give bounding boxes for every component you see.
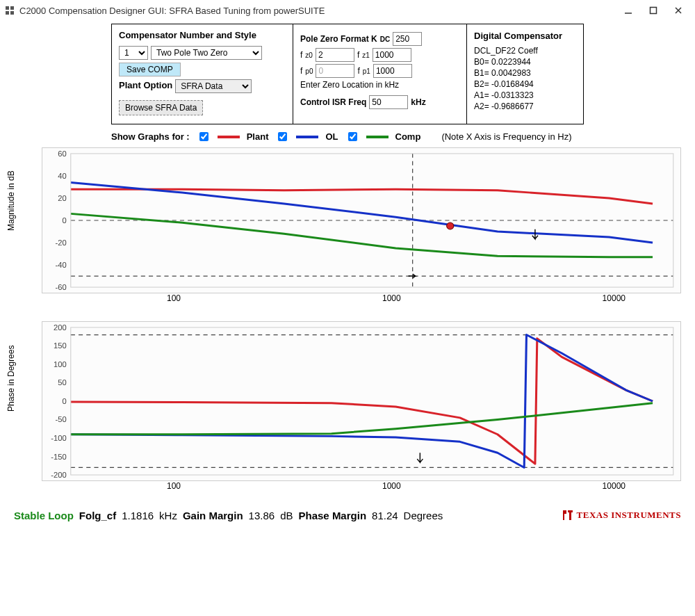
maximize-button[interactable] xyxy=(641,2,666,19)
fz1-input[interactable] xyxy=(373,48,411,62)
svg-text:0: 0 xyxy=(62,397,66,405)
save-comp-button[interactable]: Save COMP xyxy=(119,63,181,76)
gain-margin-unit: dB xyxy=(280,510,293,521)
pz-format-label: Pole Zero Format K xyxy=(300,34,377,44)
fp1-input[interactable] xyxy=(373,64,412,78)
coeff-a1: A1= -0.0313323 xyxy=(474,90,576,101)
phase-margin-unit: Degrees xyxy=(404,510,443,521)
comp-checkbox[interactable] xyxy=(348,132,357,141)
ol-checkbox[interactable] xyxy=(278,132,287,141)
svg-text:60: 60 xyxy=(58,149,66,158)
ol-color-chip xyxy=(296,136,318,138)
magnitude-chart[interactable]: 6040200-20-40-60 xyxy=(42,147,681,293)
phase-margin-value: 81.24 xyxy=(372,510,398,521)
coeff-b1: B1= 0.0042983 xyxy=(474,67,576,79)
app-icon xyxy=(4,5,15,16)
comp-style-select[interactable]: Two Pole Two Zero xyxy=(151,46,262,60)
show-graphs-label: Show Graphs for : xyxy=(111,131,190,142)
browse-sfra-button[interactable]: Browse SFRA Data xyxy=(119,100,203,115)
svg-text:-200: -200 xyxy=(51,471,66,479)
plant-checkbox[interactable] xyxy=(199,132,208,141)
phase-y-axis-label: Phase in Degrees xyxy=(6,346,16,412)
coeff-name: DCL_DF22 Coeff xyxy=(474,45,576,56)
svg-text:-100: -100 xyxy=(51,434,66,442)
compensator-column: Compensator Number and Style 1 Two Pole … xyxy=(112,24,293,124)
ti-logo: TEXAS INSTRUMENTS xyxy=(562,509,681,521)
phase-margin-label: Phase Margin xyxy=(299,510,367,521)
isr-label: Control ISR Freq xyxy=(300,97,366,107)
svg-text:100: 100 xyxy=(54,360,67,368)
close-button[interactable] xyxy=(666,2,691,19)
phase-xtick: 100 xyxy=(167,481,181,491)
coeff-b2: B2= -0.0168494 xyxy=(474,79,576,90)
svg-text:40: 40 xyxy=(58,172,66,180)
digital-comp-column: Digital Compensator DCL_DF22 Coeff B0= 0… xyxy=(466,24,583,124)
svg-text:150: 150 xyxy=(54,342,67,350)
phase-xtick: 10000 xyxy=(603,481,626,491)
kdc-input[interactable] xyxy=(393,32,422,46)
phase-xtick: 1000 xyxy=(382,481,401,491)
svg-rect-1 xyxy=(651,8,657,14)
mag-xtick: 10000 xyxy=(603,293,626,303)
magnitude-chart-wrap: Magnitude in dB 6040200-20-40-60 100 100… xyxy=(14,147,681,314)
config-panel: Compensator Number and Style 1 Two Pole … xyxy=(111,24,584,124)
mag-xtick: 1000 xyxy=(382,293,401,303)
isr-unit: kHz xyxy=(411,97,425,107)
folg-value: 1.1816 xyxy=(122,510,154,521)
fp0-input[interactable] xyxy=(316,64,354,78)
digital-comp-label: Digital Compensator xyxy=(474,30,562,42)
svg-text:-40: -40 xyxy=(55,261,66,269)
plant-option-select[interactable]: SFRA Data xyxy=(175,79,252,93)
pole-zero-column: Pole Zero Format KDC fz0 fz1 fp0 fp1 Ent… xyxy=(293,24,466,124)
svg-text:20: 20 xyxy=(58,194,66,202)
compensator-label: Compensator Number and Style xyxy=(119,30,256,40)
svg-text:-20: -20 xyxy=(55,238,66,247)
folg-unit: kHz xyxy=(159,510,177,521)
fz0-input[interactable] xyxy=(316,48,354,62)
svg-text:200: 200 xyxy=(54,323,67,332)
comp-number-select[interactable]: 1 xyxy=(119,46,148,60)
coeff-a2: A2= -0.9686677 xyxy=(474,101,576,112)
stable-loop-label: Stable Loop xyxy=(14,510,74,521)
svg-text:-150: -150 xyxy=(51,453,66,461)
mag-y-axis-label: Magnitude in dB xyxy=(6,170,16,231)
svg-text:0: 0 xyxy=(62,216,66,225)
svg-point-12 xyxy=(447,222,454,229)
comp-legend-label: Comp xyxy=(395,131,421,142)
minimize-button[interactable] xyxy=(616,2,641,19)
plant-legend-label: Plant xyxy=(247,131,269,142)
svg-text:-50: -50 xyxy=(55,416,66,424)
phase-chart-wrap: Phase in Degrees 200150100500-50-100-150… xyxy=(14,321,681,502)
plant-color-chip xyxy=(218,136,240,138)
graph-legend-row: Show Graphs for : Plant OL Comp (Note X … xyxy=(111,130,695,143)
xaxis-note: (Note X Axis is Frequency in Hz) xyxy=(441,131,571,142)
status-footer: Stable Loop Folg_cf 1.1816 kHz Gain Marg… xyxy=(0,502,695,528)
mag-xtick: 100 xyxy=(167,293,181,303)
phase-chart[interactable]: 200150100500-50-100-150-200 xyxy=(42,321,681,481)
svg-rect-25 xyxy=(71,327,673,475)
comp-color-chip xyxy=(366,136,389,138)
svg-text:-60: -60 xyxy=(55,283,66,291)
svg-text:50: 50 xyxy=(58,379,66,387)
gain-margin-value: 13.86 xyxy=(249,510,275,521)
coeff-b0: B0= 0.0223944 xyxy=(474,56,576,67)
isr-input[interactable] xyxy=(369,95,408,109)
ol-legend-label: OL xyxy=(325,131,338,142)
window-title: C2000 Compensation Designer GUI: SFRA Ba… xyxy=(19,6,616,16)
window-titlebar: C2000 Compensation Designer GUI: SFRA Ba… xyxy=(0,0,695,21)
plant-option-label: Plant Option xyxy=(119,80,172,90)
enter-zero-note: Enter Zero Location in kHz xyxy=(300,80,459,90)
folg-label: Folg_cf xyxy=(79,510,116,521)
gain-margin-label: Gain Margin xyxy=(183,510,243,521)
